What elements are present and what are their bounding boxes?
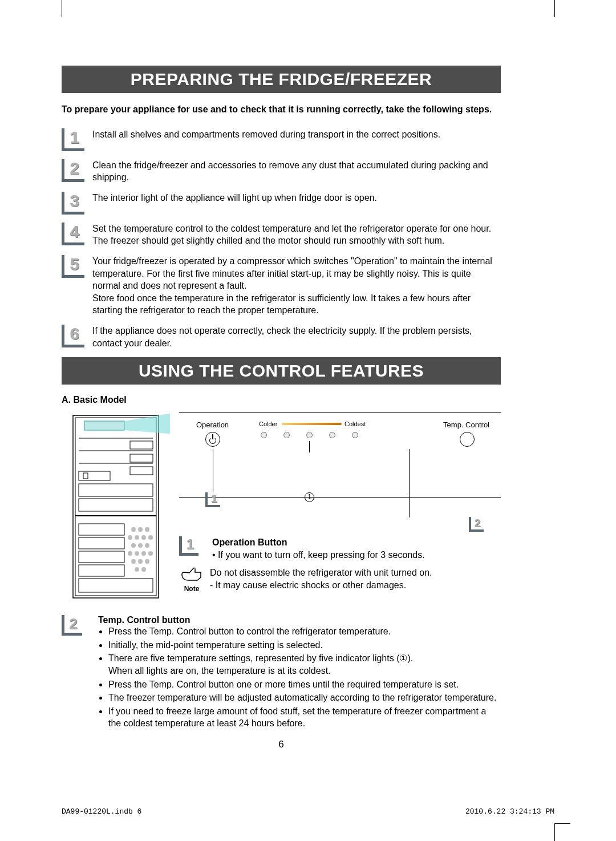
- operation-button-title: Operation Button: [212, 536, 425, 549]
- temp-bullet: Press the Temp. Control button one or mo…: [108, 678, 501, 691]
- crop-mark: [554, 823, 570, 824]
- operation-bullet-text: If you want to turn off, keep pressing f…: [218, 550, 425, 560]
- temp-bullet: Initially, the mid-point temperature set…: [108, 639, 501, 652]
- svg-point-28: [138, 543, 143, 548]
- step-text: If the appliance does not operate correc…: [92, 325, 501, 349]
- step-text: Set the temperature control to the colde…: [92, 223, 501, 247]
- temp-bullet: There are five temperature settings, rep…: [108, 652, 501, 677]
- svg-point-33: [148, 551, 153, 556]
- label-operation: Operation: [196, 420, 229, 429]
- heading-preparing: PREPARING THE FRIDGE/FREEZER: [62, 66, 501, 93]
- svg-rect-15: [79, 524, 124, 535]
- note-line1: Do not disassemble the refrigerator with…: [210, 567, 432, 579]
- svg-point-36: [145, 559, 149, 564]
- svg-point-31: [135, 551, 139, 556]
- step-text: Install all shelves and compartments rem…: [92, 128, 440, 141]
- page-number: 6: [62, 739, 501, 750]
- temp-control-bullets: Press the Temp. Control button to contro…: [98, 625, 501, 730]
- step-number: 2: [62, 159, 84, 182]
- svg-rect-0: [73, 415, 159, 598]
- label-temp-control: Temp. Control: [443, 420, 489, 429]
- footer-right: 2010.6.22 3:24:13 PM: [465, 807, 554, 816]
- step-number: 4: [62, 223, 84, 245]
- step-number: 1: [62, 128, 84, 151]
- svg-rect-2: [84, 421, 124, 430]
- svg-point-22: [145, 527, 149, 532]
- label-colder: Colder: [259, 420, 277, 427]
- svg-point-26: [148, 535, 153, 540]
- step-text: The interior light of the appliance will…: [92, 192, 377, 204]
- temp-bullet: Press the Temp. Control button to contro…: [108, 625, 501, 638]
- svg-rect-16: [79, 537, 124, 549]
- step-number: 6: [62, 325, 84, 347]
- svg-rect-18: [79, 565, 124, 576]
- svg-point-23: [128, 535, 132, 540]
- operation-button-bullet: • If you want to turn off, keep pressing…: [212, 549, 425, 561]
- temp-bullet: If you need to freeze large amount of fo…: [108, 705, 501, 730]
- fridge-illustration: [62, 410, 170, 604]
- svg-point-32: [141, 551, 146, 556]
- temp-bullet: The freezer temperature will be adjusted…: [108, 692, 501, 704]
- svg-point-37: [135, 567, 139, 572]
- note-hand-icon: [180, 567, 203, 583]
- operation-button-graphic: [205, 432, 220, 447]
- svg-point-21: [138, 527, 143, 532]
- steps-list: 1Install all shelves and compartments re…: [62, 128, 501, 350]
- heading-using-controls: USING THE CONTROL FEATURES: [62, 357, 501, 385]
- crop-mark: [554, 824, 555, 841]
- control-panel-diagram: Operation Temp. Control Colder Coldest: [179, 412, 501, 498]
- svg-point-30: [128, 551, 132, 556]
- note-line2: - It may cause electric shocks or other …: [210, 579, 432, 592]
- svg-rect-13: [130, 454, 153, 462]
- circled-one: 1: [305, 492, 314, 502]
- svg-rect-14: [130, 467, 153, 475]
- svg-point-34: [131, 559, 136, 564]
- svg-point-27: [131, 543, 136, 548]
- svg-point-25: [141, 535, 146, 540]
- svg-rect-12: [130, 441, 153, 449]
- step-text: Clean the fridge/freezer and accessories…: [92, 159, 501, 184]
- op-step-number: 1: [179, 536, 198, 556]
- step-number: 5: [62, 255, 84, 278]
- note-label: Note: [179, 585, 204, 593]
- basic-model-label: A. Basic Model: [62, 395, 501, 405]
- svg-point-20: [131, 527, 136, 532]
- crop-mark: [62, 0, 62, 17]
- svg-point-24: [135, 535, 139, 540]
- step-number: 3: [62, 192, 84, 215]
- temp-control-button-graphic: [460, 432, 475, 447]
- footer-left: DA99-01220L.indb 6: [62, 807, 141, 816]
- temp-bullet-cont: When all lights are on, the temperature …: [108, 665, 501, 677]
- step-text: Your fridge/freezer is operated by a com…: [92, 255, 501, 317]
- temperature-scale: [282, 423, 342, 425]
- svg-point-38: [141, 567, 146, 572]
- temp-control-title: Temp. Control button: [98, 615, 501, 625]
- label-coldest: Coldest: [345, 420, 366, 427]
- svg-rect-8: [83, 473, 88, 479]
- svg-rect-17: [79, 551, 124, 563]
- svg-rect-19: [79, 579, 153, 592]
- svg-point-29: [145, 543, 149, 548]
- callout-1: 1: [205, 492, 220, 507]
- temp-bullet-text: There are five temperature settings, rep…: [108, 653, 413, 663]
- svg-rect-10: [79, 499, 153, 511]
- temp-step-number: 2: [62, 615, 82, 636]
- callout-2: 2: [469, 517, 484, 532]
- intro-text: To prepare your appliance for use and to…: [62, 103, 501, 116]
- svg-point-35: [138, 559, 143, 564]
- crop-mark: [554, 0, 555, 17]
- svg-rect-9: [79, 484, 153, 496]
